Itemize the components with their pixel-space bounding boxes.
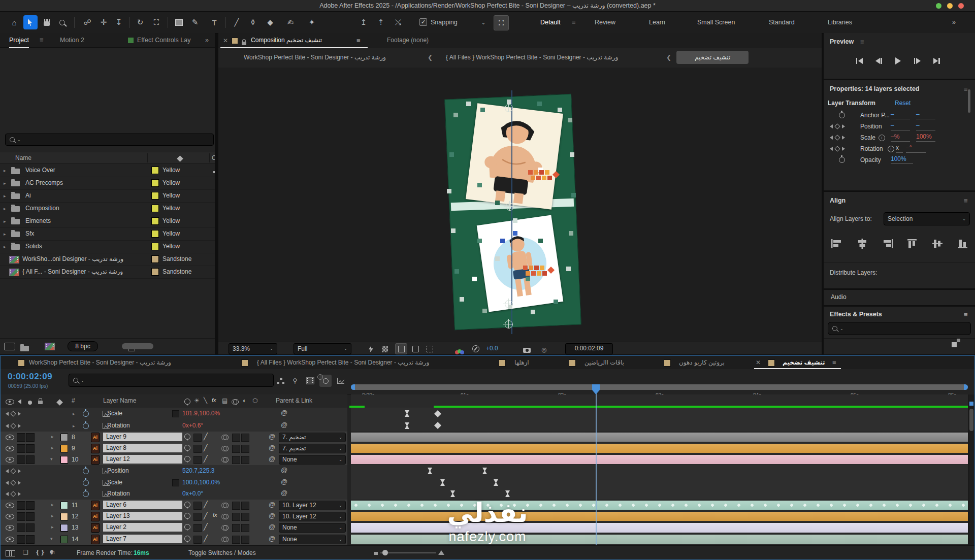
workspace-tab-standard[interactable]: Standard	[769, 12, 795, 33]
twirl-icon[interactable]: ▸	[51, 513, 54, 518]
motion-blur-switch[interactable]	[223, 457, 229, 463]
layer-name[interactable]: Layer 13	[103, 512, 182, 520]
rotation-degrees-field[interactable]: –°	[906, 144, 926, 153]
orbit-camera-tool[interactable]: ☍	[80, 15, 94, 29]
eye-icon[interactable]	[6, 457, 14, 464]
workspace-tab-libraries[interactable]: Libraries	[828, 12, 852, 33]
snapshot-camera-icon[interactable]	[523, 346, 531, 354]
transparency-grid-icon[interactable]	[382, 345, 388, 354]
snapping-options-icon[interactable]: ⌄	[476, 15, 491, 29]
item-name[interactable]: AC Precomps	[25, 179, 63, 186]
graph-row[interactable]	[351, 465, 968, 478]
type-tool[interactable]: T	[207, 15, 221, 29]
blend-modes-icon[interactable]: ❏	[23, 549, 28, 556]
pick-whip-icon[interactable]: @	[269, 455, 275, 463]
audio-column-speaker-icon[interactable]	[18, 399, 21, 406]
property-value[interactable]: 520.7,225.3	[182, 467, 214, 474]
graph-row[interactable]	[351, 408, 968, 420]
column-number[interactable]: #	[72, 397, 75, 404]
twirl-icon[interactable]: ▸	[51, 434, 54, 439]
opacity-field[interactable]: 100%	[891, 155, 913, 164]
audio-box[interactable]	[17, 535, 25, 544]
project-row[interactable]: ▸ Composition Yellow	[0, 202, 215, 215]
layer-label-swatch[interactable]	[60, 513, 68, 520]
project-row[interactable]: ▸ Ai Yellow	[0, 189, 215, 203]
project-row[interactable]: ▸ Sfx Yellow	[0, 227, 215, 241]
keyframe-nav[interactable]	[6, 412, 21, 416]
fx-switch[interactable]: fx	[213, 512, 217, 518]
expand-layers-icon[interactable]	[6, 549, 15, 558]
anchor-y-field[interactable]: –	[916, 111, 935, 119]
parent-dropdown[interactable]: 10. Layer 12⌄	[279, 512, 346, 521]
eye-icon[interactable]	[6, 435, 14, 442]
collapse-switch[interactable]	[184, 445, 190, 451]
easy-ease-keyframe-icon[interactable]	[440, 479, 445, 486]
constrain-box[interactable]	[172, 410, 179, 417]
timeline-tab[interactable]: باقات االرياضين	[584, 356, 624, 369]
workspace-menu-icon[interactable]: ≡	[572, 12, 576, 33]
align-menu-icon[interactable]: ≡	[964, 197, 968, 205]
graph-row[interactable]	[351, 477, 968, 489]
rotation-tool[interactable]: ↻	[133, 15, 147, 29]
comp-marker-button[interactable]	[969, 402, 973, 406]
channel-rgb-icon[interactable]	[455, 349, 464, 355]
label-swatch[interactable]	[151, 192, 159, 200]
selection-tool[interactable]	[23, 15, 38, 29]
switch-box[interactable]	[232, 445, 240, 453]
switch-box[interactable]	[193, 456, 202, 464]
local-axis-mode[interactable]: ↥	[356, 15, 371, 29]
collapse-switch[interactable]	[184, 502, 190, 508]
camera-track-tool[interactable]: ⛶	[149, 15, 164, 29]
graph-row[interactable]	[351, 534, 968, 546]
switch-box[interactable]	[241, 434, 249, 442]
workspace-tab-review[interactable]: Review	[595, 12, 615, 33]
label-swatch[interactable]	[151, 167, 159, 174]
layer-row[interactable]: ▾ 10 Ai Layer 12 ╱ @ None⌄	[1, 454, 347, 466]
snapping-label[interactable]: Snapping	[431, 12, 458, 33]
pick-whip-icon[interactable]: @	[281, 489, 287, 497]
workspace-tab-default[interactable]: Default	[540, 12, 561, 34]
property-label[interactable]: Rotation	[107, 422, 130, 429]
switch-box[interactable]	[232, 513, 240, 521]
easy-ease-keyframe-icon[interactable]	[405, 410, 409, 417]
frame-blending-icon[interactable]	[304, 375, 316, 387]
reset-button[interactable]: Reset	[895, 100, 911, 107]
twirl-icon[interactable]: ▸	[51, 502, 54, 507]
stopwatch-icon[interactable]	[83, 480, 89, 486]
label-name[interactable]: Sandstone	[162, 255, 191, 262]
stopwatch-icon[interactable]	[83, 423, 89, 429]
collapse-switch[interactable]	[184, 456, 190, 462]
layer-name[interactable]: Layer 6	[103, 501, 182, 509]
breadcrumb-item[interactable]: { All Files } WorkShop Perfect Bite - So…	[446, 54, 618, 61]
align-top-button[interactable]	[907, 239, 920, 250]
position-x-field[interactable]: –	[891, 122, 910, 130]
item-name[interactable]: Elmenets	[25, 217, 51, 224]
timeline-tab[interactable]: WorkShop Perfect Bite - Soni Designer - …	[29, 356, 171, 369]
layer-label-swatch[interactable]	[60, 434, 68, 441]
column-parent-link[interactable]: Parent & Link	[276, 397, 312, 404]
workspace-tab-small-screen[interactable]: Small Screen	[697, 12, 735, 33]
motion-blur-switch[interactable]	[223, 446, 229, 451]
composition-viewport[interactable]	[218, 68, 822, 342]
eraser-tool[interactable]: ◆	[263, 15, 277, 29]
switch-box[interactable]	[241, 445, 249, 453]
switch-box[interactable]	[241, 456, 249, 464]
home-icon[interactable]: ⌂	[7, 15, 21, 29]
play-button[interactable]	[892, 55, 904, 67]
project-row[interactable]: ▸ Solids Yellow	[0, 240, 215, 253]
keyframe-nav[interactable]	[6, 492, 21, 496]
playhead-line[interactable]	[596, 393, 597, 545]
anchor-point-crosshair[interactable]	[505, 320, 513, 328]
in-out-brackets-icon[interactable]: ❴❵	[35, 549, 45, 556]
layer-name[interactable]: Layer 9	[103, 433, 182, 441]
parent-dropdown[interactable]: 10. Layer 12⌄	[279, 501, 346, 510]
audio-box[interactable]	[17, 523, 25, 532]
property-label[interactable]: Position	[107, 467, 129, 474]
graph-row[interactable]	[351, 420, 968, 432]
timeline-zoom-track[interactable]	[380, 552, 436, 553]
keyframe-diamond-icon[interactable]	[434, 410, 441, 417]
timeline-tab-menu-icon[interactable]: ≡	[832, 358, 836, 366]
property-value[interactable]: 0x+0.6°	[182, 422, 203, 429]
audio-box[interactable]	[17, 444, 25, 453]
project-row[interactable]: WorkSho...oni Designer - ورشة تدريب Sand…	[0, 253, 215, 266]
